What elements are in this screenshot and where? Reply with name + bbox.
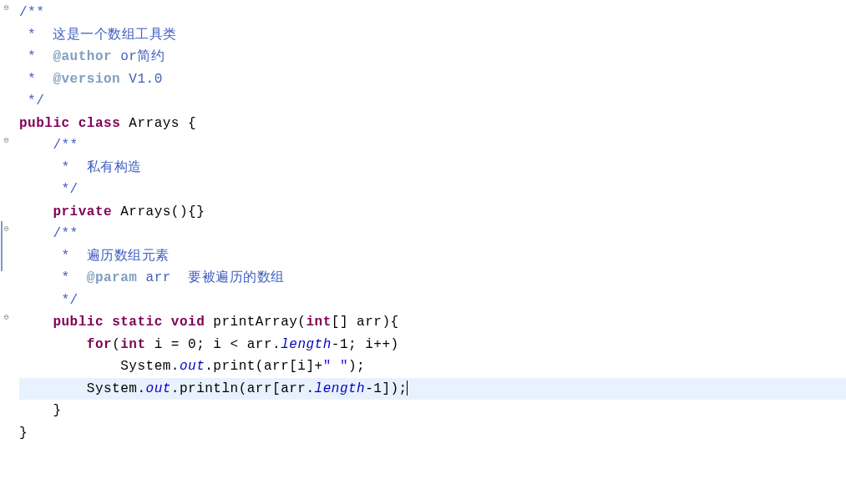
javadoc-open: /** xyxy=(19,226,79,241)
javadoc-text: 要被遍历的数组 xyxy=(188,270,285,285)
keyword-static: static xyxy=(112,315,163,330)
keyword-public: public xyxy=(53,315,104,330)
javadoc-star: * xyxy=(19,49,53,64)
fold-marker-icon[interactable]: ⊖ xyxy=(2,136,11,145)
method-name: printArray( xyxy=(205,315,306,330)
fold-marker-icon[interactable]: ⊖ xyxy=(2,313,11,322)
javadoc-star: * xyxy=(19,72,53,87)
field-out: out xyxy=(146,381,171,396)
indent xyxy=(19,337,87,352)
code-text: } xyxy=(19,403,62,418)
javadoc-text: or简约 xyxy=(112,49,165,64)
text-cursor xyxy=(407,381,408,396)
code-text xyxy=(70,116,79,131)
javadoc-param: arr xyxy=(137,270,188,285)
code-text: Arrays(){} xyxy=(112,204,205,219)
javadoc-tag: @param xyxy=(87,270,138,285)
code-text: .println(arr[arr. xyxy=(171,381,315,396)
code-text xyxy=(163,315,171,330)
javadoc-star: * xyxy=(19,160,87,175)
code-text: System. xyxy=(19,359,180,374)
keyword-for: for xyxy=(87,337,112,352)
field-length: length xyxy=(315,381,366,396)
code-text: -1]); xyxy=(365,381,408,396)
javadoc-open: /** xyxy=(19,138,79,153)
code-text: ); xyxy=(348,359,365,374)
change-indicator xyxy=(1,221,3,271)
code-content[interactable]: /** * 这是一个数组工具类 * @author or简约 * @versio… xyxy=(13,0,846,504)
fold-marker-icon[interactable]: ⊖ xyxy=(2,224,11,234)
gutter: ⊖ ⊖ ⊖ ⊖ xyxy=(0,0,13,504)
keyword-public: public xyxy=(19,116,70,131)
javadoc-star: * xyxy=(19,270,87,285)
javadoc-star: * xyxy=(19,249,87,264)
keyword-void: void xyxy=(171,315,205,330)
code-text: ( xyxy=(112,337,120,352)
javadoc-text: V1.0 xyxy=(120,72,163,87)
javadoc-close: */ xyxy=(19,293,79,308)
code-text: .print(arr[i]+ xyxy=(205,359,322,374)
javadoc-text: 遍历数组元素 xyxy=(87,249,170,264)
keyword-private: private xyxy=(53,204,112,219)
string-literal: " " xyxy=(323,359,348,374)
keyword-class: class xyxy=(79,116,121,131)
javadoc-text: 私有构造 xyxy=(87,160,142,175)
code-text: i = 0; i < arr. xyxy=(146,337,281,352)
code-text: -1; i++) xyxy=(332,337,399,352)
code-text: } xyxy=(19,426,28,441)
javadoc-text: 这是一个数组工具类 xyxy=(53,28,177,43)
class-name: Arrays { xyxy=(120,116,196,131)
javadoc-tag: @version xyxy=(53,72,120,87)
javadoc-tag: @author xyxy=(53,49,112,64)
indent xyxy=(19,315,53,330)
field-length: length xyxy=(281,337,332,352)
indent xyxy=(19,204,53,219)
code-editor: ⊖ ⊖ ⊖ ⊖ /** * 这是一个数组工具类 * @author or简约 *… xyxy=(0,0,846,504)
code-text xyxy=(104,315,112,330)
javadoc-star: * xyxy=(19,28,53,43)
keyword-int: int xyxy=(306,315,331,330)
keyword-int: int xyxy=(120,337,145,352)
javadoc-close: */ xyxy=(19,93,44,108)
code-text: [] arr){ xyxy=(332,315,399,330)
javadoc-close: */ xyxy=(19,182,79,197)
code-text: System. xyxy=(19,381,146,396)
field-out: out xyxy=(180,359,205,374)
javadoc-open: /** xyxy=(19,5,44,20)
fold-marker-icon[interactable]: ⊖ xyxy=(2,3,11,13)
